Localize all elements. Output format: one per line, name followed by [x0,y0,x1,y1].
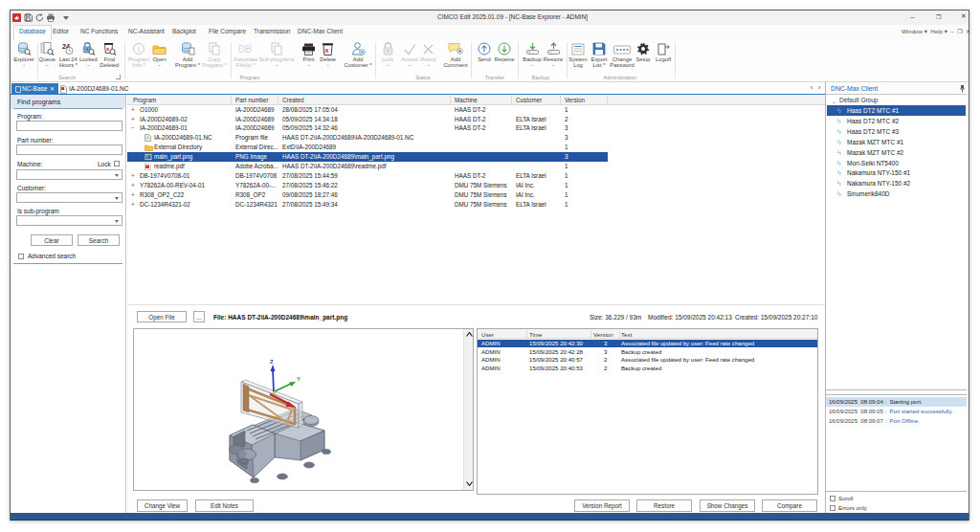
svg-text:Y: Y [297,376,301,382]
svg-text:x: x [325,47,329,54]
svg-text:Z: Z [270,359,274,365]
svg-text:DB: DB [238,44,252,55]
